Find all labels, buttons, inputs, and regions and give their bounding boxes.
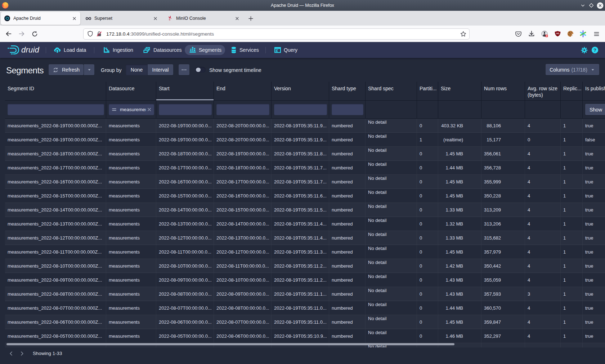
cell-num_rows[interactable]: 356,728 bbox=[481, 161, 525, 175]
new-tab-icon[interactable] bbox=[245, 13, 256, 24]
cell-version[interactable]: 2022-08-19T05:35:11.2... bbox=[272, 259, 329, 273]
cell-replicas[interactable]: 1 bbox=[561, 231, 583, 245]
cell-size[interactable]: 1.44 MB bbox=[438, 301, 481, 315]
cell-end[interactable]: 2022-08-16T00:00:00.0... bbox=[214, 189, 272, 203]
cell-segment_id[interactable]: measurements_2022-08-18T00:00:00.000Z... bbox=[5, 147, 106, 161]
cell-replicas[interactable]: 1 bbox=[561, 161, 583, 175]
cell-size[interactable]: 1.45 MB bbox=[438, 175, 481, 189]
url-bar[interactable]: 172.18.0.4:30899/unified-console.html#se… bbox=[83, 28, 470, 40]
cell-shard_spec[interactable]: No detail bbox=[366, 259, 417, 273]
cell-avg_row_size[interactable]: 4 bbox=[525, 119, 561, 133]
cell-avg_row_size[interactable]: 4 bbox=[525, 175, 561, 189]
cell-replicas[interactable]: 1 bbox=[561, 245, 583, 259]
column-header-avg_row_size[interactable]: Avg. row size (bytes) bbox=[525, 82, 561, 101]
cell-version[interactable]: 2022-08-19T05:35:11.4... bbox=[272, 217, 329, 231]
cell-shard_spec[interactable]: No detail bbox=[366, 147, 417, 161]
cell-shard_spec[interactable]: No detail bbox=[366, 315, 417, 329]
cell-size[interactable]: 1.33 MB bbox=[438, 231, 481, 245]
cell-replicas[interactable]: 1 bbox=[561, 273, 583, 287]
cell-num_rows[interactable]: 360,570 bbox=[481, 301, 525, 315]
cell-replicas[interactable]: 1 bbox=[561, 133, 583, 147]
cell-is_published[interactable]: true bbox=[583, 301, 605, 315]
cell-datasource[interactable]: measurements bbox=[106, 301, 156, 315]
cell-shard_spec[interactable]: No detail bbox=[366, 245, 417, 259]
cell-replicas[interactable]: 1 bbox=[561, 315, 583, 329]
tab-apache-druid[interactable]: Apache Druid bbox=[1, 12, 80, 25]
cell-datasource[interactable]: measurements bbox=[106, 161, 156, 175]
cell-start[interactable]: 2022-08-07T00:00:00.0... bbox=[156, 301, 214, 315]
cell-end[interactable]: 2022-08-13T00:00:00.0... bbox=[214, 231, 272, 245]
tab-superset[interactable]: Superset bbox=[82, 12, 161, 25]
cell-is_published[interactable]: false bbox=[583, 133, 605, 147]
cell-segment_id[interactable]: measurements_2022-08-13T00:00:00.000Z... bbox=[5, 217, 106, 231]
previous-page-icon[interactable] bbox=[7, 350, 15, 358]
cell-version[interactable]: 2022-08-19T05:35:11.1... bbox=[272, 287, 329, 301]
cell-end[interactable]: 2022-08-08T00:00:00.0... bbox=[214, 301, 272, 315]
cell-avg_row_size[interactable]: 4 bbox=[525, 217, 561, 231]
tab-close-icon[interactable] bbox=[151, 14, 159, 22]
cell-segment_id[interactable]: measurements_2022-08-06T00:00:00.000Z... bbox=[5, 315, 106, 329]
cell-size[interactable]: 1.45 MB bbox=[438, 315, 481, 329]
cell-num_rows[interactable]: 352,297 bbox=[481, 329, 525, 343]
cell-end[interactable]: 2022-08-15T00:00:00.0... bbox=[214, 203, 272, 217]
cell-shard_type[interactable]: numbered bbox=[329, 287, 366, 301]
cell-version[interactable]: 2022-08-19T05:35:11.7... bbox=[272, 161, 329, 175]
remove-filter-icon[interactable] bbox=[147, 107, 152, 112]
cell-shard_type[interactable]: numbered bbox=[329, 259, 366, 273]
cell-version[interactable]: 2022-08-19T05:35:11.6... bbox=[272, 189, 329, 203]
window-maximize-icon[interactable] bbox=[588, 2, 595, 9]
column-header-version[interactable]: Version bbox=[272, 82, 329, 101]
cell-start[interactable]: 2022-08-16T00:00:00.0... bbox=[156, 175, 214, 189]
cell-end[interactable]: 2022-08-07T00:00:00.0... bbox=[214, 315, 272, 329]
cell-datasource[interactable]: measurements bbox=[106, 315, 156, 329]
cell-num_rows[interactable]: 313,209 bbox=[481, 203, 525, 217]
cell-is_published[interactable]: true bbox=[583, 161, 605, 175]
cell-segment_id[interactable]: measurements_2022-08-15T00:00:00.000Z... bbox=[5, 189, 106, 203]
pocket-icon[interactable] bbox=[513, 28, 524, 39]
cell-replicas[interactable]: 1 bbox=[561, 301, 583, 315]
cell-version[interactable]: 2022-08-19T05:35:11.4... bbox=[272, 231, 329, 245]
cell-is_published[interactable]: true bbox=[583, 231, 605, 245]
cell-shard_spec[interactable]: No detail bbox=[366, 175, 417, 189]
column-header-num_rows[interactable]: Num rows bbox=[481, 82, 525, 101]
cell-replicas[interactable]: 1 bbox=[561, 175, 583, 189]
cell-shard_type[interactable]: numbered bbox=[329, 189, 366, 203]
cell-is_published[interactable]: true bbox=[583, 175, 605, 189]
cell-end[interactable]: 2022-08-19T00:00:00.0... bbox=[214, 147, 272, 161]
cell-start[interactable]: 2022-08-05T00:00:00.0... bbox=[156, 329, 214, 343]
more-options-button[interactable] bbox=[179, 64, 189, 75]
timeline-toggle[interactable] bbox=[195, 67, 206, 73]
cell-shard_type[interactable]: numbered bbox=[329, 329, 366, 343]
ublock-icon[interactable]: UO bbox=[552, 28, 563, 39]
cell-num_rows[interactable]: 359,847 bbox=[481, 315, 525, 329]
cell-version[interactable]: 2022-08-19T05:35:10.9... bbox=[272, 329, 329, 343]
cell-size[interactable]: 1.46 MB bbox=[438, 329, 481, 343]
cell-partition[interactable]: 0 bbox=[417, 147, 438, 161]
segment-id-filter-input[interactable] bbox=[8, 104, 104, 115]
cell-partition[interactable]: 0 bbox=[417, 189, 438, 203]
cell-replicas[interactable]: 1 bbox=[561, 189, 583, 203]
cell-avg_row_size[interactable]: 4 bbox=[525, 273, 561, 287]
cell-replicas[interactable]: 1 bbox=[561, 287, 583, 301]
cell-replicas[interactable]: 1 bbox=[561, 203, 583, 217]
cell-avg_row_size[interactable]: 4 bbox=[525, 329, 561, 343]
cell-size[interactable]: 1.44 MB bbox=[438, 161, 481, 175]
start-filter-input[interactable] bbox=[159, 104, 212, 115]
cell-is_published[interactable]: true bbox=[583, 259, 605, 273]
column-header-size[interactable]: Size bbox=[438, 82, 481, 101]
cell-shard_spec[interactable]: No detail bbox=[366, 189, 417, 203]
cell-num_rows[interactable]: 355,999 bbox=[481, 175, 525, 189]
cell-start[interactable]: 2022-08-11T00:00:00.0... bbox=[156, 245, 214, 259]
column-header-is_published[interactable]: Is published bbox=[583, 82, 605, 101]
tab-close-icon[interactable] bbox=[70, 14, 78, 22]
cell-size[interactable]: 1.45 MB bbox=[438, 189, 481, 203]
cell-replicas[interactable]: 1 bbox=[561, 217, 583, 231]
cell-size[interactable]: 1.45 MB bbox=[438, 245, 481, 259]
cell-avg_row_size[interactable]: 4 bbox=[525, 189, 561, 203]
cell-end[interactable]: 2022-08-14T00:00:00.0... bbox=[214, 217, 272, 231]
settings-gear-icon[interactable] bbox=[581, 47, 588, 54]
cell-size[interactable]: 1.32 MB bbox=[438, 217, 481, 231]
cell-is_published[interactable]: true bbox=[583, 119, 605, 133]
cell-is_published[interactable]: true bbox=[583, 315, 605, 329]
cell-avg_row_size[interactable]: 4 bbox=[525, 259, 561, 273]
